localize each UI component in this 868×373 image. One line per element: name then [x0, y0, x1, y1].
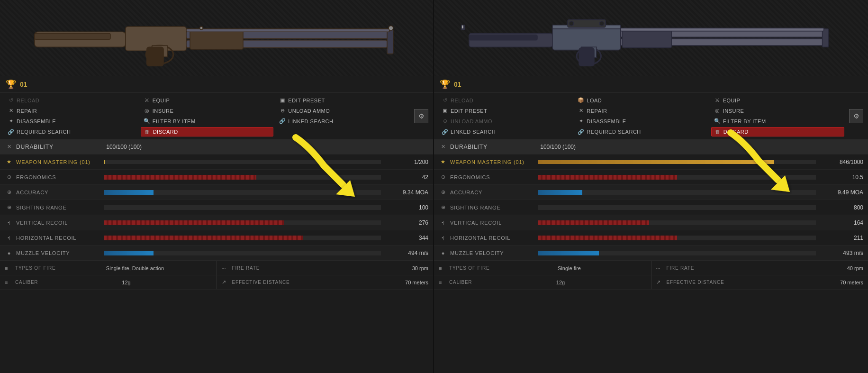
right-vrecoil-icon: •|: [439, 220, 447, 225]
left-info-rows: ≡ TYPES OF FIRE Single fire, Double acti…: [0, 261, 433, 290]
left-linked-search-btn[interactable]: 🔗 LINKED SEARCH: [276, 117, 409, 126]
accuracy-label: ACCURACY: [16, 190, 99, 195]
right-durability-row: ✕ DURABILITY 100/100 (100): [434, 139, 868, 155]
filter-label: FILTER BY ITEM: [153, 118, 196, 124]
left-hrecoil-row: •| HORIZONTAL RECOIL 344: [0, 230, 433, 246]
hrecoil-value: 344: [386, 235, 428, 241]
required-search-label: REQUIRED SEARCH: [17, 129, 71, 135]
right-equip-label: EQUIP: [723, 98, 741, 103]
left-filter-btn[interactable]: 🔍 FILTER BY ITEM: [141, 117, 274, 126]
equip-label: EQUIP: [153, 98, 170, 103]
right-fire-rate-icon: ···: [656, 265, 664, 271]
distance-icon: ↗: [222, 279, 229, 285]
svg-point-21: [569, 21, 574, 26]
left-edit-preset-btn[interactable]: ▣ EDIT PRESET: [276, 96, 409, 105]
right-accuracy-icon: ⊕: [439, 189, 447, 195]
right-repair-btn[interactable]: ✕ REPAIR: [575, 106, 708, 115]
durability-value: 100/100 (100): [99, 144, 142, 150]
right-repair-label: REPAIR: [587, 108, 607, 114]
left-insure-btn[interactable]: ◎ INSURE: [141, 106, 274, 115]
repair-label: REPAIR: [17, 108, 37, 114]
reload-icon: ↺: [8, 97, 14, 103]
insure-icon: ◎: [144, 108, 150, 114]
right-discard-btn[interactable]: 🗑 DISCARD: [711, 127, 844, 136]
repair-icon: ✕: [8, 108, 14, 114]
left-gear-btn[interactable]: ⚙: [414, 109, 428, 123]
linked-search-icon: 🔗: [279, 118, 286, 124]
right-muzzle-value: 493 m/s: [821, 250, 863, 256]
fire-types-value: Single fire, Double action: [106, 265, 164, 271]
right-stats-area: ✕ DURABILITY 100/100 (100) ★ WEAPON MAST…: [434, 139, 868, 373]
left-repair-btn[interactable]: ✕ REPAIR: [5, 106, 138, 115]
svg-rect-9: [387, 29, 393, 54]
left-reload-btn[interactable]: ↺ RELOAD: [5, 96, 138, 105]
left-discard-btn[interactable]: 🗑 DISCARD: [141, 127, 274, 136]
right-insure-icon: ◎: [714, 108, 721, 114]
left-equip-btn[interactable]: ⚔ EQUIP: [141, 96, 274, 105]
right-equip-btn[interactable]: ⚔ EQUIP: [711, 96, 844, 105]
right-reload-btn[interactable]: ↺ RELOAD: [439, 96, 572, 105]
fire-rate-label: FIRE RATE: [232, 265, 260, 271]
right-ergonomics-label: ERGONOMICS: [450, 174, 533, 180]
left-required-search-btn[interactable]: 🔗 REQUIRED SEARCH: [5, 127, 138, 136]
discard-label: DISCARD: [153, 129, 178, 135]
right-durability-icon: ✕: [439, 144, 447, 150]
right-hrecoil-icon: •|: [439, 236, 447, 240]
svg-rect-30: [461, 25, 464, 29]
right-unload-ammo-icon: ⊖: [442, 118, 448, 124]
right-distance-icon: ↗: [656, 279, 664, 285]
right-hrecoil-value: 211: [821, 235, 863, 241]
fire-types-label: TYPES OF FIRE: [15, 265, 55, 271]
right-durability-label: DURABILITY: [450, 144, 533, 150]
edit-preset-label: EDIT PRESET: [288, 98, 325, 103]
fire-rate-value: 30 rpm: [412, 265, 428, 271]
right-ergonomics-row: ⊙ ERGONOMICS 10.5: [434, 170, 868, 185]
right-disassemble-label: DISASSEMBLE: [587, 118, 626, 124]
right-disassemble-btn[interactable]: ✦ DISASSEMBLE: [575, 117, 708, 126]
left-unload-ammo-btn[interactable]: ⊖ UNLOAD AMMO: [276, 106, 409, 115]
right-muzzle-icon: ●: [439, 250, 447, 256]
right-repair-icon: ✕: [578, 108, 584, 114]
right-gun-svg: [434, 0, 868, 76]
caliber-icon: ≡: [5, 280, 12, 285]
right-fire-rate-cell: ··· FIRE RATE 40 rpm: [651, 261, 868, 275]
right-discard-label: DISCARD: [723, 129, 749, 135]
right-actions-grid: ↺ RELOAD 📦 LOAD ⚔ EQUIP ▣ EDIT PRESET ✕ …: [434, 93, 868, 139]
right-accuracy-row: ⊕ ACCURACY 9.49 MOA: [434, 185, 868, 200]
ergonomics-label: ERGONOMICS: [16, 174, 99, 180]
right-vrecoil-row: •| VERTICAL RECOIL 164: [434, 215, 868, 230]
accuracy-value: 9.34 MOA: [386, 189, 428, 196]
right-mastering-row: ★ WEAPON MASTERING (01) 846/1000: [434, 155, 868, 170]
right-gear-btn[interactable]: ⚙: [849, 109, 863, 123]
right-unload-ammo-btn[interactable]: ⊖ UNLOAD AMMO: [439, 117, 572, 126]
right-panel: 🏆 01 ↺ RELOAD 📦 LOAD ⚔ EQUIP ▣ EDIT PRES…: [434, 0, 868, 373]
left-actions-wrapper: ↺ RELOAD ⚔ EQUIP ▣ EDIT PRESET ✕ REPAIR …: [0, 93, 433, 139]
right-required-search-btn[interactable]: 🔗 REQUIRED SEARCH: [575, 127, 708, 136]
right-linked-search-btn[interactable]: 🔗 LINKED SEARCH: [439, 127, 572, 136]
left-rank-icon: 🏆: [6, 79, 16, 90]
right-muzzle-row: ● MUZZLE VELOCITY 493 m/s: [434, 246, 868, 261]
svg-rect-10: [186, 29, 389, 32]
hrecoil-label: HORIZONTAL RECOIL: [16, 235, 99, 241]
svg-rect-26: [622, 29, 671, 48]
durability-icon: ✕: [5, 144, 13, 150]
right-accuracy-value: 9.49 MOA: [821, 189, 863, 196]
insure-label: INSURE: [153, 108, 174, 114]
right-filter-btn[interactable]: 🔍 FILTER BY ITEM: [711, 117, 844, 126]
right-filter-label: FILTER BY ITEM: [723, 118, 766, 124]
svg-point-11: [389, 26, 393, 30]
svg-point-12: [200, 27, 203, 29]
right-caliber-value: 12g: [556, 280, 565, 285]
right-vrecoil-value: 164: [821, 219, 863, 226]
left-disassemble-btn[interactable]: ✦ DISASSEMBLE: [5, 117, 138, 126]
right-sighting-icon: ⊕: [439, 204, 447, 210]
left-ergonomics-row: ⊙ ERGONOMICS 42: [0, 170, 433, 185]
svg-rect-7: [147, 47, 163, 66]
right-edit-preset-btn[interactable]: ▣ EDIT PRESET: [439, 106, 572, 115]
right-load-btn[interactable]: 📦 LOAD: [575, 96, 708, 105]
svg-point-22: [599, 21, 604, 26]
right-mastering-label: WEAPON MASTERING (01): [450, 159, 533, 165]
right-fire-types-label: TYPES OF FIRE: [449, 265, 489, 271]
mastering-icon: ★: [5, 159, 13, 165]
right-insure-btn[interactable]: ◎ INSURE: [711, 106, 844, 115]
